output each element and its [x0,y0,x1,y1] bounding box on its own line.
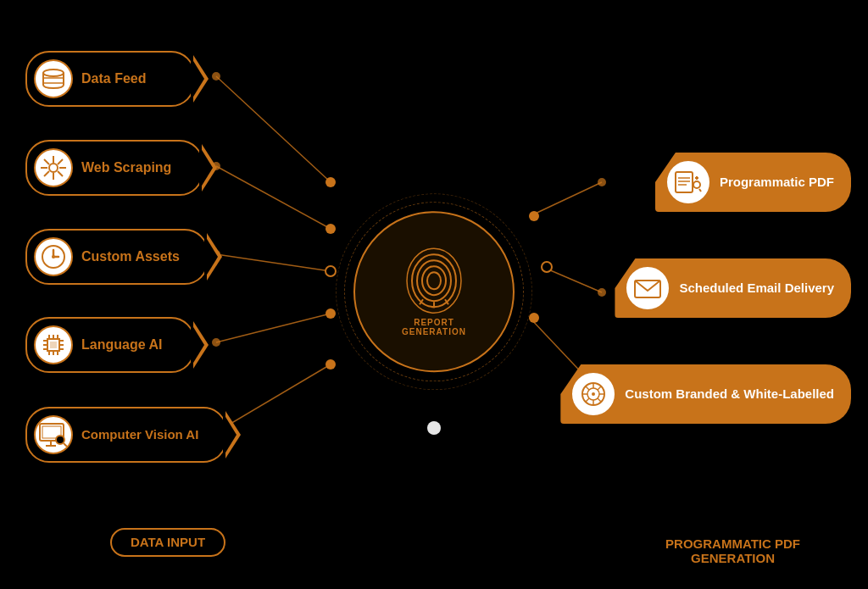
input-node-language-ai: Language AI [25,317,195,373]
svg-line-87 [598,398,601,402]
svg-line-43 [58,159,63,164]
svg-point-28 [412,254,456,307]
input-node-computer-vision: Computer Vision AI [25,407,227,463]
custom-branded-label: Custom Branded & White-Labelled [625,386,834,403]
programmatic-pdf-label: Programmatic PDF [720,174,834,191]
email-icon [634,277,661,299]
data-feed-label: Data Feed [81,71,146,86]
svg-point-20 [529,313,539,323]
svg-point-18 [529,211,539,221]
svg-line-41 [44,159,49,164]
database-icon [42,69,65,89]
diagram-container: REPORT GENERATION Data Feed [0,0,868,589]
web-scraping-label: Web Scraping [81,160,171,175]
svg-point-73 [693,181,700,188]
svg-point-19 [542,262,552,272]
chip-icon [41,332,66,358]
svg-point-26 [422,266,446,295]
center-circle: REPORT GENERATION [353,211,515,372]
svg-line-86 [586,386,589,390]
svg-point-10 [326,266,336,276]
svg-line-1 [216,166,331,229]
output-node-scheduled-email: Scheduled Email Delivery [615,258,851,318]
language-ai-label: Language AI [81,337,162,353]
programmatic-pdf-bottom-label: PROGRAMMATIC PDF GENERATION [665,536,800,565]
output-node-custom-branded: Custom Branded & White-Labelled [560,364,851,424]
web-scraping-icon [41,156,66,180]
svg-line-44 [44,171,49,176]
input-node-custom-assets: Custom Assets [25,229,209,285]
svg-line-0 [216,76,331,182]
input-node-web-scraping: Web Scraping [25,140,203,196]
monitor-search-icon [39,423,68,447]
svg-point-29 [407,248,461,313]
branded-icon [580,381,607,408]
svg-point-11 [326,308,336,319]
svg-point-33 [43,69,64,76]
svg-rect-50 [50,342,57,348]
input-node-data-feed: Data Feed [25,51,195,107]
fingerprint-icon [404,247,464,314]
svg-point-27 [417,260,451,301]
svg-point-22 [598,288,606,297]
svg-line-3 [216,314,331,342]
output-node-programmatic-pdf: Programmatic PDF [655,153,851,212]
svg-point-13 [212,72,220,81]
svg-point-81 [592,392,595,396]
svg-point-8 [326,177,336,187]
svg-line-2 [216,254,331,271]
svg-point-12 [326,359,336,370]
svg-point-67 [56,436,64,444]
svg-point-9 [326,224,336,234]
svg-line-89 [586,398,589,402]
svg-point-36 [49,164,58,172]
svg-line-76 [699,189,701,192]
svg-line-6 [542,267,602,292]
computer-vision-label: Computer Vision AI [81,427,198,442]
pdf-icon [675,171,702,193]
custom-assets-label: Custom Assets [81,249,180,264]
svg-line-32 [445,299,448,304]
svg-point-24 [427,421,441,435]
data-input-bottom-label: DATA INPUT [110,528,225,557]
svg-line-31 [420,299,423,304]
svg-line-68 [64,443,67,447]
svg-point-16 [212,338,220,347]
clock-icon [41,244,66,269]
scheduled-email-label: Scheduled Email Delivery [679,280,834,297]
svg-line-88 [598,386,601,390]
center-label: REPORT GENERATION [402,318,466,336]
svg-point-48 [52,255,55,258]
svg-line-5 [530,182,602,216]
svg-point-25 [427,272,441,289]
svg-line-42 [58,171,63,176]
svg-point-21 [598,178,606,186]
svg-rect-69 [676,172,693,192]
